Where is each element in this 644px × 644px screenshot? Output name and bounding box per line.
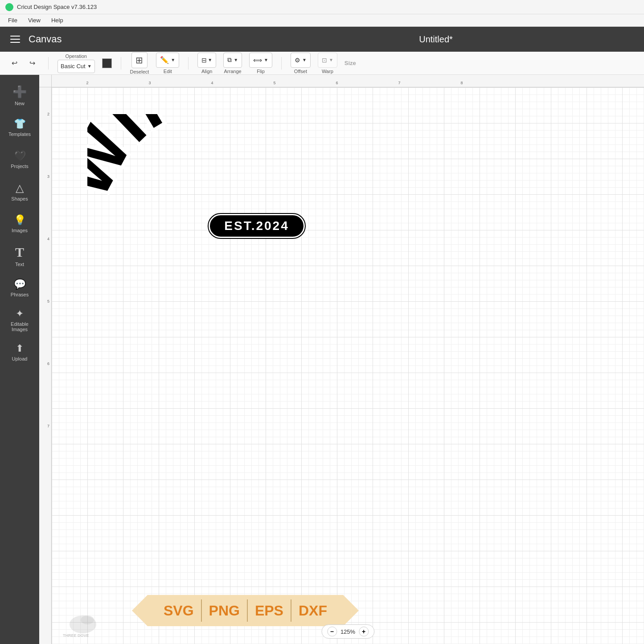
watermark: THREE DOVE [61, 602, 105, 640]
est-text: EST.2024 [224, 219, 289, 233]
edit-pencil-icon: ✏️ [160, 56, 169, 64]
menu-help[interactable]: Help [47, 16, 68, 25]
ruler-left-mark-4: 4 [47, 237, 49, 241]
ruler-top-mark-5: 5 [273, 81, 275, 85]
sidebar-item-new[interactable]: ➕ New [2, 80, 37, 111]
format-dxf: DXF [291, 603, 334, 619]
text-icon: T [15, 245, 24, 260]
offset-button[interactable]: ⚙ ▼ [291, 53, 311, 68]
upload-icon: ⬆ [16, 343, 24, 354]
sidebar-item-label-images: Images [12, 228, 28, 233]
edit-chevron-icon: ▼ [171, 57, 175, 62]
offset-group: ⚙ ▼ Offset [291, 53, 311, 74]
ruler-top-mark-2: 2 [86, 81, 88, 85]
app-title: Cricut Design Space v7.36.123 [17, 4, 97, 10]
zoom-control: − 125% + [321, 624, 374, 639]
edit-button[interactable]: ✏️ ▼ [156, 53, 179, 68]
operation-label: Operation [66, 53, 87, 59]
align-button[interactable]: ⊟ ▼ [197, 53, 216, 68]
sidebar: ➕ New 👕 Templates 🖤 Projects △ Shapes 💡 … [0, 75, 39, 644]
edit-label: Edit [164, 69, 172, 74]
sidebar-item-label-shapes: Shapes [11, 196, 28, 201]
warp-icon: ⊡ [322, 57, 327, 64]
canvas-white: WIFEY EST.2024 SVG PNG EPS [52, 87, 644, 644]
app-logo [5, 3, 13, 11]
sidebar-item-label-projects: Projects [11, 164, 29, 169]
arrange-group: ⧉ ▼ Arrange [223, 53, 242, 74]
zoom-in-button[interactable]: + [359, 627, 369, 636]
sidebar-item-label-editable-images: Editable Images [4, 321, 36, 332]
separator-4 [281, 57, 282, 70]
arrange-button[interactable]: ⧉ ▼ [223, 53, 242, 68]
undo-button[interactable]: ↩ [7, 56, 21, 70]
new-icon: ➕ [12, 85, 27, 99]
zoom-level: 125% [340, 628, 355, 635]
redo-button[interactable]: ↪ [25, 56, 39, 70]
ruler-top-mark-3: 3 [148, 81, 151, 85]
flip-group: ⟺ ▼ Flip [249, 53, 272, 74]
deselect-label: Deselect [130, 69, 149, 74]
warp-chevron-icon: ▼ [329, 57, 333, 62]
document-title: Untitled* [235, 34, 637, 45]
sidebar-item-shapes[interactable]: △ Shapes [2, 176, 37, 207]
separator-2 [121, 57, 121, 70]
projects-icon: 🖤 [14, 150, 26, 162]
phrases-icon: 💬 [14, 279, 26, 290]
warp-group: ⊡ ▼ Warp [318, 53, 337, 74]
format-eps: EPS [248, 603, 291, 619]
ruler-left: 2 3 4 5 6 7 [39, 87, 52, 644]
sidebar-item-text[interactable]: T Text [2, 241, 37, 271]
images-icon: 💡 [14, 214, 26, 226]
edit-group: ✏️ ▼ Edit [156, 53, 179, 74]
format-svg: SVG [156, 603, 201, 619]
undo-redo-group: ↩ ↪ [7, 56, 39, 70]
hamburger-line-2 [10, 39, 20, 40]
sidebar-item-label-templates: Templates [8, 131, 31, 137]
flip-button[interactable]: ⟺ ▼ [249, 53, 272, 68]
zoom-out-button[interactable]: − [327, 627, 337, 636]
sidebar-item-templates[interactable]: 👕 Templates [2, 112, 37, 143]
sidebar-item-projects[interactable]: 🖤 Projects [2, 144, 37, 175]
deselect-button[interactable]: ⊞ [131, 52, 148, 68]
hamburger-line-3 [10, 42, 20, 43]
svg-text:THREE DOVE: THREE DOVE [63, 633, 89, 638]
ruler-corner [39, 75, 52, 87]
operation-value: Basic Cut [61, 63, 86, 70]
sidebar-item-images[interactable]: 💡 Images [2, 209, 37, 239]
ruler-top-mark-4: 4 [211, 81, 213, 85]
banner-arrow-right [343, 595, 359, 626]
operation-chevron-icon: ▼ [87, 64, 92, 69]
arrange-chevron-icon: ▼ [234, 57, 238, 62]
size-group: Size [345, 60, 356, 66]
sidebar-item-upload[interactable]: ⬆ Upload [2, 337, 37, 367]
operation-select[interactable]: Basic Cut ▼ [57, 60, 95, 73]
ruler-top: 2 3 4 5 6 7 8 [52, 75, 644, 87]
offset-icon: ⚙ [295, 57, 300, 64]
design-content[interactable]: WIFEY EST.2024 [87, 114, 390, 238]
canvas-label: Canvas [29, 33, 230, 45]
color-swatch[interactable] [102, 58, 112, 68]
sidebar-item-phrases[interactable]: 💬 Phrases [2, 273, 37, 303]
hamburger-button[interactable] [7, 31, 23, 47]
sidebar-item-editable-images[interactable]: ✦ Editable Images [2, 305, 37, 335]
operation-group: Operation Basic Cut ▼ [57, 53, 95, 73]
menu-file[interactable]: File [4, 16, 22, 25]
canvas-area[interactable]: 2 3 4 5 6 7 8 2 3 4 5 6 7 [39, 75, 644, 644]
align-chevron-icon: ▼ [208, 57, 212, 62]
ruler-left-mark-3: 3 [47, 174, 49, 179]
sidebar-item-label-text: Text [15, 262, 24, 267]
ruler-top-mark-7: 7 [398, 81, 400, 85]
svg-text:WIFEY: WIFEY [87, 114, 288, 209]
separator-1 [48, 57, 49, 70]
title-bar: Cricut Design Space v7.36.123 [0, 0, 644, 14]
warp-button[interactable]: ⊡ ▼ [318, 53, 337, 68]
ruler-left-mark-2: 2 [47, 112, 49, 116]
banner-body: SVG PNG EPS DXF [148, 595, 343, 626]
ruler-left-mark-7: 7 [47, 424, 49, 428]
main-layout: ➕ New 👕 Templates 🖤 Projects △ Shapes 💡 … [0, 75, 644, 644]
deselect-group: ⊞ Deselect [130, 52, 149, 74]
templates-icon: 👕 [14, 118, 26, 130]
flip-icon: ⟺ [253, 57, 262, 64]
offset-label: Offset [294, 69, 307, 74]
menu-view[interactable]: View [24, 16, 45, 25]
